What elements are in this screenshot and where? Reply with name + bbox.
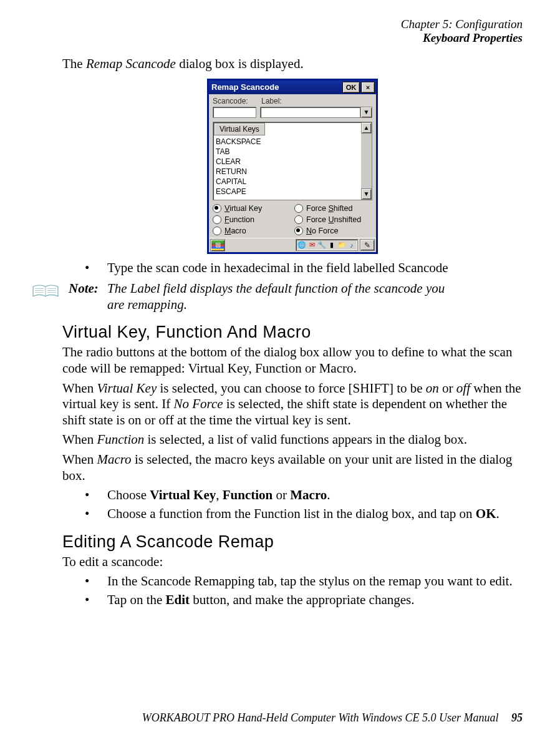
dialog-figure: Remap Scancode OK × Scancode: Label: ▼ [62,79,523,254]
footer: WORKABOUT PRO Hand-Held Computer With Wi… [142,711,523,725]
field-inputs-row: ▼ [213,107,372,118]
listbox-content[interactable]: Virtual Keys BACKSPACE TAB CLEAR RETURN … [213,122,361,200]
radio-force-shifted[interactable]: Force Shifted [294,204,372,213]
tray-icon[interactable]: ✉ [308,242,316,249]
start-button[interactable]: ⊞ [210,239,225,251]
sip-button[interactable]: ✎ [360,239,375,251]
book-icon [31,281,69,303]
radio-options: Virtual Key Force Shifted Function [213,204,372,235]
scancode-input[interactable] [213,107,256,118]
field-labels-row: Scancode: Label: [213,97,372,107]
heading-vk-func-macro: Virtual Key, Function And Macro [62,323,523,342]
p3: When Function is selected, a list of val… [62,432,523,448]
intro-pre: The [62,56,86,71]
list-item[interactable]: BACKSPACE [213,137,361,147]
radio-dot [213,204,221,213]
bullet-text: Type the scan code in hexadecimal in the… [107,260,398,275]
radio-dot [213,215,221,224]
radio-dot [294,204,303,213]
list-item[interactable]: TAB [213,147,361,157]
intro-post: dialog box is displayed. [176,56,304,71]
ok-button[interactable]: OK [342,82,360,93]
listbox-tab[interactable]: Virtual Keys [214,123,265,135]
running-header: Chapter 5: Configuration Keyboard Proper… [401,17,523,45]
p4: When Macro is selected, the macro keys a… [62,452,523,484]
p5: To edit a scancode: [62,554,523,570]
intro-ital: Remap Scancode [86,56,176,71]
label-label: Label: [261,97,282,105]
content-area: The Remap Scancode dialog box is display… [62,56,523,608]
dialog-title: Remap Scancode [211,82,279,92]
close-button[interactable]: × [361,82,375,93]
tray-icon[interactable]: ♪ [348,242,355,249]
radio-force-unshifted[interactable]: Force Unshifted [294,215,372,224]
tray-icon[interactable]: 🌐 [298,242,306,249]
list-item[interactable]: CAPITAL [213,177,361,187]
bullet-edit-1: • In the Scancode Remapping tab, tap the… [85,574,523,590]
tray-icon[interactable]: ▮ [328,242,336,249]
scancode-label: Scancode: [213,97,256,105]
bullet-choose-2: • Choose a function from the Function li… [85,506,523,522]
radio-dot [294,227,303,235]
tray-icon[interactable]: 🔧 [318,242,326,249]
virtual-keys-listbox[interactable]: Virtual Keys BACKSPACE TAB CLEAR RETURN … [213,122,372,200]
bullet-ital: Scancode [398,260,448,275]
note-label: Note: [69,281,107,297]
note-text: Note:The Label field displays the defaul… [69,281,523,313]
section-label: Keyboard Properties [401,31,523,45]
p1: The radio buttons at the bottom of the d… [62,344,523,376]
system-tray[interactable]: 🌐 ✉ 🔧 ▮ 📁 ♪ [296,239,358,251]
heading-editing: Editing A Scancode Remap [62,532,523,552]
label-dropdown-button[interactable]: ▼ [360,107,372,118]
bullet-choose-1: • Choose Virtual Key, Function or Macro. [85,487,523,504]
list-item[interactable]: RETURN [213,167,361,177]
scroll-track[interactable] [361,134,372,188]
tray-icon[interactable]: 📁 [338,242,345,249]
page: Chapter 5: Configuration Keyboard Proper… [0,0,560,747]
scroll-up-button[interactable]: ▲ [361,122,372,134]
radio-macro[interactable]: Macro [213,227,291,235]
list-item[interactable]: CLEAR [213,157,361,167]
remap-scancode-window: Remap Scancode OK × Scancode: Label: ▼ [207,79,378,254]
intro-text: The Remap Scancode dialog box is display… [62,56,523,72]
radio-function[interactable]: Function [213,215,291,224]
scroll-down-button[interactable]: ▼ [361,188,372,200]
list-item[interactable]: ESCAPE [213,187,361,197]
listbox-scrollbar[interactable]: ▲ ▼ [361,122,372,200]
dialog-body: Scancode: Label: ▼ Virtual Keys BA [209,94,376,238]
bullet-scancode: • Type the scan code in hexadecimal in t… [85,260,523,276]
label-dropdown[interactable]: ▼ [260,107,372,118]
note-line2: are remapping. [107,297,523,313]
radio-no-force[interactable]: No Force [294,227,372,235]
page-number: 95 [511,711,523,724]
titlebar: Remap Scancode OK × [209,81,376,94]
note: Note:The Label field displays the defaul… [31,281,523,313]
radio-virtual-key[interactable]: Virtual Key [213,204,291,213]
bullet-edit-2: • Tap on the Edit button, and make the a… [85,592,523,608]
label-dropdown-field[interactable] [260,107,360,118]
chapter-label: Chapter 5: Configuration [401,17,523,31]
radio-dot [213,227,221,235]
footer-text: WORKABOUT PRO Hand-Held Computer With Wi… [142,711,499,724]
note-line1: The Label field displays the default fun… [107,281,445,296]
p2: When Virtual Key is selected, you can ch… [62,381,523,429]
radio-dot [294,215,303,224]
taskbar: ⊞ 🌐 ✉ 🔧 ▮ 📁 ♪ ✎ [209,238,376,252]
